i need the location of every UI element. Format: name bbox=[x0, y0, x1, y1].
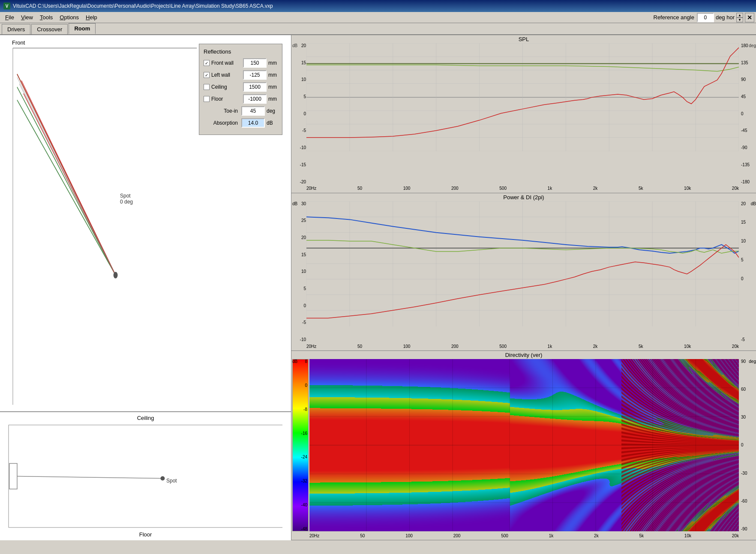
toe-in-input[interactable] bbox=[241, 106, 265, 116]
spl-chart-wrapper: SPL 20151050-5-10-15-20 dB 18013590450-4… bbox=[291, 35, 756, 193]
floor-input[interactable] bbox=[243, 94, 267, 104]
directivity-deg-label: deg bbox=[749, 359, 756, 364]
angle-down-button[interactable]: ▼ bbox=[736, 18, 743, 22]
floor-label: Floor bbox=[211, 96, 241, 102]
spl-chart-title: SPL bbox=[291, 35, 756, 43]
svg-line-17 bbox=[17, 476, 163, 479]
ceiling-label: Ceiling bbox=[211, 84, 241, 90]
front-wall-row: ✓ Front wall mm bbox=[204, 58, 278, 68]
reflections-title: Reflections bbox=[204, 48, 278, 55]
directivity-chart-title: Directivity (ver) bbox=[291, 351, 756, 359]
spl-x-axis: 20Hz501002005001k2k5k10k20k bbox=[306, 184, 739, 193]
spl-y-right-axis: 18013590450-45-90-135-180 bbox=[740, 43, 756, 184]
front-wall-input[interactable] bbox=[243, 58, 267, 68]
room-top-front-label: Front bbox=[12, 39, 25, 46]
directivity-chart-wrapper: Directivity (ver) 80-8-16-24-32-40-48 dB… bbox=[291, 351, 756, 540]
power-di-y-right-axis: 20151050-5 bbox=[740, 201, 756, 342]
floor-panel-label: Floor bbox=[139, 531, 152, 538]
floor-unit: mm bbox=[268, 96, 277, 102]
menu-options[interactable]: Options bbox=[56, 13, 82, 21]
ceiling-unit: mm bbox=[268, 84, 277, 90]
title-text: VituixCAD C:\Users\JackRegula\Documents\… bbox=[13, 3, 273, 9]
power-di-chart-title: Power & DI (2pi) bbox=[291, 193, 756, 201]
spl-db-label: dB bbox=[292, 43, 297, 48]
svg-line-8 bbox=[21, 81, 116, 275]
reference-angle-label: Reference angle bbox=[654, 14, 694, 21]
room-bottom-panel: Ceiling Floor Spot bbox=[0, 412, 291, 540]
svg-point-12 bbox=[114, 272, 118, 278]
front-wall-unit: mm bbox=[268, 60, 277, 66]
directivity-x-axis: 20Hz501002005001k2k5k10k20k bbox=[309, 531, 739, 540]
menu-view[interactable]: View bbox=[18, 13, 36, 21]
menubar: File View Tools Options Help Reference a… bbox=[0, 12, 756, 23]
left-wall-row: ✓ Left wall mm bbox=[204, 70, 278, 80]
reference-close-button[interactable]: ✕ bbox=[745, 13, 754, 22]
power-di-x-axis: 20Hz501002005001k2k5k10k20k bbox=[306, 342, 739, 350]
svg-line-5 bbox=[17, 87, 116, 275]
absorption-unit: dB bbox=[267, 120, 273, 126]
tab-crossover[interactable]: Crossover bbox=[31, 24, 68, 34]
spot-label-top: Spot bbox=[120, 193, 131, 199]
left-wall-unit: mm bbox=[268, 72, 277, 78]
absorption-row: Absorption dB bbox=[204, 118, 278, 128]
absorption-label: Absorption bbox=[212, 120, 238, 126]
angle-up-button[interactable]: ▲ bbox=[736, 13, 743, 18]
room-bottom-svg bbox=[0, 412, 291, 540]
app-icon: V bbox=[3, 3, 10, 9]
power-di-plot bbox=[306, 201, 739, 327]
directivity-db-unit: dB bbox=[292, 359, 297, 364]
left-wall-label: Left wall bbox=[211, 72, 241, 78]
tab-drivers[interactable]: Drivers bbox=[2, 24, 30, 34]
left-wall-checkbox[interactable]: ✓ bbox=[204, 72, 210, 78]
reference-angle-input[interactable] bbox=[697, 13, 714, 22]
power-di-y-left-axis: 302520151050-5-10 bbox=[292, 201, 306, 342]
front-wall-checkbox[interactable]: ✓ bbox=[204, 60, 210, 66]
svg-text:V: V bbox=[6, 4, 9, 9]
svg-point-18 bbox=[160, 476, 165, 481]
spl-deg-label: deg bbox=[749, 43, 756, 48]
ceiling-checkbox[interactable] bbox=[204, 84, 210, 90]
reflections-panel: Reflections ✓ Front wall mm ✓ Left wall … bbox=[199, 44, 282, 135]
ceiling-input[interactable] bbox=[243, 82, 267, 92]
toe-in-row: Toe-in deg bbox=[204, 106, 278, 116]
ceiling-panel-label: Ceiling bbox=[137, 415, 154, 421]
directivity-colorbar-labels: 80-8-16-24-32-40-48 bbox=[292, 359, 309, 531]
directivity-canvas bbox=[309, 359, 739, 531]
floor-row: Floor mm bbox=[204, 94, 278, 104]
front-wall-label: Front wall bbox=[211, 60, 241, 66]
tab-room[interactable]: Room bbox=[69, 23, 96, 34]
power-di-db-label: dB bbox=[292, 201, 297, 206]
power-di-chart-wrapper: Power & DI (2pi) 302520151050-5-10 dB 20… bbox=[291, 193, 756, 351]
menu-help[interactable]: Help bbox=[82, 13, 101, 21]
tab-bar: Drivers Crossover Room bbox=[0, 23, 756, 35]
ceiling-row: Ceiling mm bbox=[204, 82, 278, 92]
absorption-input[interactable] bbox=[241, 118, 265, 128]
svg-rect-16 bbox=[9, 464, 17, 489]
toe-in-label: Toe-in bbox=[212, 108, 238, 114]
spl-plot bbox=[306, 43, 739, 151]
menu-tools[interactable]: Tools bbox=[36, 13, 56, 21]
spot-angle-label: 0 deg bbox=[120, 199, 133, 205]
spl-y-left-axis: 20151050-5-10-15-20 bbox=[292, 43, 306, 184]
toe-in-unit: deg bbox=[267, 108, 275, 114]
svg-line-11 bbox=[19, 84, 116, 276]
floor-checkbox[interactable] bbox=[204, 96, 210, 102]
power-di-deg-label: dB bbox=[751, 201, 756, 206]
deg-hor-label: deg hor bbox=[716, 14, 735, 21]
titlebar: V VituixCAD C:\Users\JackRegula\Document… bbox=[0, 0, 756, 12]
directivity-y-right-axis: 9060300-30-60-90 bbox=[740, 359, 756, 531]
menu-file[interactable]: File bbox=[2, 13, 18, 21]
spot-label-bottom: Spot bbox=[166, 478, 177, 484]
left-wall-input[interactable] bbox=[243, 70, 267, 80]
svg-line-6 bbox=[17, 100, 116, 275]
